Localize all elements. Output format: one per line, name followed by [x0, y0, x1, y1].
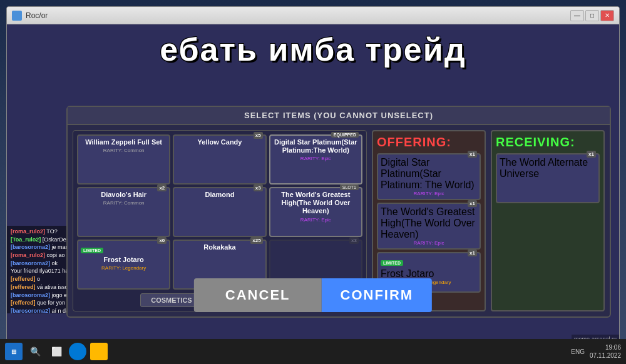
taskbar-right: ENG 19:06 07.11.2022	[571, 343, 621, 360]
cancel-button[interactable]: CANCEL	[194, 278, 322, 312]
taskbar-date-display: 07.11.2022	[590, 351, 621, 360]
item-name: Digital Star Platinum(Star Platinum: The…	[381, 157, 477, 191]
item-yellow-candy[interactable]: x5 Yellow Candy	[173, 134, 266, 185]
item-rarity: RARITY: Epic	[273, 217, 359, 223]
task-view-button[interactable]: ⬜	[48, 343, 65, 360]
slot-label: SLOT1	[340, 185, 359, 190]
item-name: Diamond	[177, 191, 262, 199]
window-titlebar: Roc/or — □ ✕	[7, 7, 619, 24]
item-rarity: RARITY: Common	[81, 148, 167, 153]
item-badge: x2	[157, 185, 167, 191]
item-name: The World Alternate Universe	[500, 157, 596, 179]
edge-icon[interactable]	[69, 343, 86, 360]
receiving-title: RECEIVING:	[496, 135, 600, 149]
item-rarity: RARITY: Legendary	[81, 265, 167, 271]
limited-badge: LIMITED	[381, 260, 403, 266]
window-controls: — □ ✕	[570, 10, 614, 21]
items-grid: William Zeppeli Full Set RARITY: Common …	[77, 134, 362, 290]
roblox-window: Roc/or — □ ✕ ебать имба трейд SELECT ITE…	[6, 6, 620, 344]
start-button[interactable]: ⊞	[5, 343, 23, 360]
item-worlds-greatest-high[interactable]: SLOT1 The World's Greatest High(The Worl…	[269, 187, 362, 237]
file-explorer-icon[interactable]	[90, 343, 108, 360]
item-badge: x1	[468, 151, 477, 158]
item-name: Rokakaka	[177, 243, 262, 251]
item-badge: x0	[157, 237, 167, 244]
item-rarity: RARITY: Common	[81, 200, 167, 206]
chat-name: [barosoroma2]	[11, 308, 50, 313]
chat-name: [reffered]	[11, 276, 36, 282]
chat-name: [reffered]	[11, 284, 36, 290]
taskbar-time-display: 19:06	[590, 343, 621, 351]
item-diamond[interactable]: x3 Diamond	[173, 187, 266, 237]
item-digital-star-platinum[interactable]: EQUIPPED Digital Star Platinum(Star Plat…	[269, 134, 362, 185]
offer-item-world-alternate: x1 The World Alternate Universe	[496, 153, 600, 203]
item-frost-jotaro[interactable]: x0 LIMITED Frost Jotaro RARITY: Legendar…	[77, 240, 170, 290]
item-badge: x1	[468, 200, 477, 207]
close-button[interactable]: ✕	[600, 10, 614, 21]
minimize-button[interactable]: —	[570, 10, 584, 21]
chat-name: [reffered]	[11, 300, 36, 306]
search-button[interactable]: 🔍	[26, 343, 44, 360]
item-name: Diavolo's Hair	[81, 191, 167, 199]
offering-title: OFFERING:	[377, 135, 481, 149]
item-name: The World's Greatest High(The World Over…	[273, 191, 359, 216]
taskbar: ⊞ 🔍 ⬜ ENG 19:06 07.11.2022	[0, 339, 626, 364]
item-name: William Zeppeli Full Set	[81, 138, 167, 146]
item-name: Yellow Candy	[177, 138, 262, 146]
tab-cosmetics[interactable]: COSMETICS	[140, 293, 202, 307]
item-badge: x3	[349, 237, 359, 244]
window-title: Roc/or	[26, 11, 48, 20]
limited-badge: LIMITED	[81, 248, 103, 253]
item-rarity: RARITY: Epic	[381, 240, 477, 246]
chat-name: [Toa_rulo2]	[11, 236, 41, 243]
item-diavolo-hair[interactable]: x2 Diavolo's Hair RARITY: Common	[77, 187, 170, 237]
item-badge: x3	[254, 185, 263, 191]
chat-name: [barosoroma2]	[11, 260, 50, 266]
chat-name: [roma_rulo2]	[11, 252, 45, 258]
item-rarity: RARITY: Epic	[381, 191, 477, 196]
item-william-zeppeli[interactable]: William Zeppeli Full Set RARITY: Common	[77, 134, 170, 185]
equipped-label: EQUIPPED	[331, 132, 359, 138]
item-name: Digital Star Platinum(Star Platinum:The …	[273, 138, 359, 154]
chat-name: [barosoroma2]	[11, 244, 50, 250]
item-name: Frost Jotaro	[81, 256, 167, 264]
eng-label: ENG	[571, 348, 585, 355]
receiving-panel: RECEIVING: x1 The World Alternate Univer…	[491, 130, 605, 311]
meme-text: ебать имба трейд	[7, 31, 619, 68]
taskbar-left: ⊞ 🔍 ⬜	[5, 343, 108, 360]
taskbar-time: 19:06 07.11.2022	[590, 343, 621, 360]
item-badge: x25	[250, 237, 262, 244]
item-badge: x1	[587, 151, 596, 158]
trade-header: SELECT ITEMS (YOU CANNOT UNSELECT)	[68, 107, 610, 125]
offer-item-worlds-greatest: x1 The World's Greatest High(The World O…	[377, 203, 481, 250]
item-name: The World's Greatest High(The World Over…	[381, 206, 477, 240]
item-rarity: RARITY: Epic	[273, 156, 359, 161]
offer-item-digital-star: x1 Digital Star Platinum(Star Platinum: …	[377, 153, 481, 200]
trade-buttons: CANCEL CONFIRM	[194, 278, 432, 312]
chat-name: [barosoroma2]	[11, 292, 50, 298]
item-badge: x5	[254, 132, 263, 139]
roblox-icon	[12, 11, 22, 21]
confirm-button[interactable]: CONFIRM	[322, 278, 433, 312]
maximize-button[interactable]: □	[585, 10, 599, 21]
game-content: ебать имба трейд SELECT ITEMS (YOU CANNO…	[7, 24, 619, 343]
item-badge: x1	[468, 250, 477, 256]
chat-name: [roma_rulo2]	[11, 228, 45, 235]
titlebar-left: Roc/or	[12, 11, 48, 21]
